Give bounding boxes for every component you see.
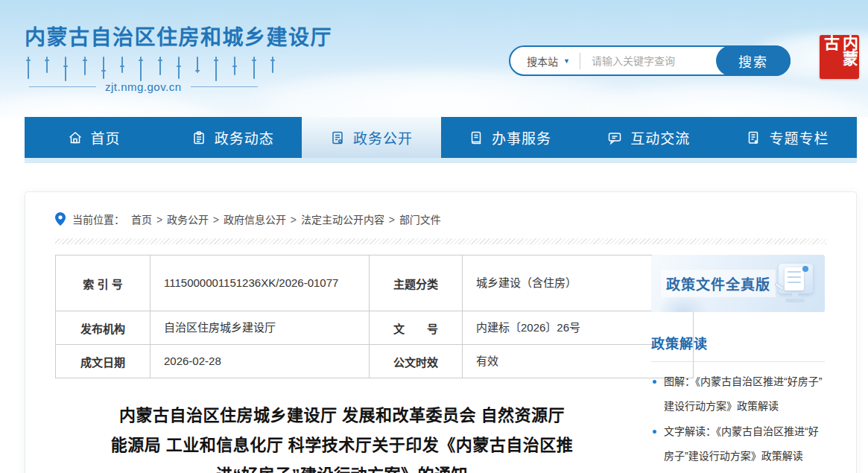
policy-link[interactable]: 文字解读：《内蒙古自治区推进“好房子”建设行动方案》政策解读 (651, 419, 825, 469)
breadcrumb-prefix: 当前位置： (72, 212, 124, 226)
sidebar-section-title: 政策解读 (651, 333, 825, 352)
bullet-icon (653, 430, 656, 434)
meta-value: 自治区住房城乡建设厅 (151, 311, 370, 345)
site-domain: zjt.nmg.gov.cn (105, 80, 182, 93)
divider-line (191, 86, 258, 87)
chat-icon (607, 130, 622, 145)
nav-item-label: 政务动态 (215, 127, 274, 147)
seal-image: 内蒙古 (820, 35, 859, 79)
meta-value: 1115000001151236XK/2026-01077 (151, 255, 370, 311)
nav-accent-strip (25, 158, 857, 163)
sidebar: 政策文件全真版 政策解读 图解：《内蒙古自治区推进“好房子”建设行动方案》政策解… (651, 255, 825, 473)
nav-item-label: 办事服务 (492, 127, 551, 147)
site-domain-row: zjt.nmg.gov.cn (29, 80, 258, 93)
meta-label: 文 号 (370, 311, 463, 345)
meta-label: 索 引 号 (56, 255, 151, 311)
main-column: 索 引 号 1115000001151236XK/2026-01077 主题分类… (55, 255, 629, 473)
location-pin-icon (55, 212, 66, 226)
site-logo[interactable]: 内蒙古自治区住房和城乡建设厅 zjt.nmg.gov.cn (25, 27, 332, 49)
search-button[interactable]: 搜索 (716, 45, 791, 76)
document-lines-icon (330, 130, 345, 145)
monitor-illustration-icon (776, 264, 814, 304)
meta-label: 公文时效 (370, 345, 463, 378)
breadcrumb-separator: > (153, 214, 165, 226)
table-row: 成文日期 2026-02-28 公文时效 有效 (56, 345, 694, 378)
document-meta-table: 索 引 号 1115000001151236XK/2026-01077 主题分类… (55, 255, 694, 378)
nav-item-topics[interactable]: 专题专栏 (718, 117, 857, 158)
nav-item-home[interactable]: 首页 (25, 117, 163, 158)
site-header: 内蒙古自治区住房和城乡建设厅 zjt.nmg.gov.cn 搜本站 ▼ 搜索 内… (0, 0, 868, 117)
main-nav: 首页 政务动态 政务公开 办事服务 互动交流 专题专栏 (25, 117, 857, 158)
column-list-icon (746, 130, 761, 145)
policy-link-label: 文字解读：《内蒙古自治区推进“好房子”建设行动方案》政策解读 (664, 425, 819, 462)
policy-link-label: 图解：《内蒙古自治区推进“好房子”建设行动方案》政策解读 (664, 375, 822, 412)
cloud-decoration (0, 89, 224, 117)
divider (580, 53, 580, 69)
policy-links-list: 图解：《内蒙古自治区推进“好房子”建设行动方案》政策解读文字解读：《内蒙古自治区… (651, 369, 825, 469)
policy-banner-title: 政策文件全真版 (661, 270, 776, 297)
meta-label: 发布机构 (56, 311, 151, 345)
nav-item-news[interactable]: 政务动态 (163, 117, 302, 158)
hatched-divider (55, 238, 826, 244)
clipboard-icon (191, 130, 206, 145)
breadcrumb-link[interactable]: 部门文件 (399, 214, 441, 226)
breadcrumb-separator: > (288, 214, 300, 226)
nav-item-label: 政务公开 (353, 127, 413, 147)
nav-item-label: 互动交流 (630, 127, 690, 147)
content-row: 索 引 号 1115000001151236XK/2026-01077 主题分类… (55, 255, 826, 473)
breadcrumb-items: 首页 > 政务公开 > 政府信息公开 > 法定主动公开内容 > 部门文件 (131, 212, 441, 226)
search-bar: 搜本站 ▼ 搜索 (509, 45, 791, 76)
divider-line (29, 86, 96, 87)
page-title: 内蒙古自治区住房城乡建设厅 发展和改革委员会 自然资源厅 能源局 工业和信息化厅… (55, 401, 629, 473)
site-title: 内蒙古自治区住房和城乡建设厅 (25, 27, 332, 49)
breadcrumb-link[interactable]: 首页 (131, 214, 152, 226)
breadcrumb-separator: > (210, 214, 222, 226)
breadcrumb-link[interactable]: 政务公开 (167, 214, 209, 226)
policy-banner[interactable]: 政策文件全真版 (651, 255, 825, 312)
breadcrumb-separator: > (386, 214, 398, 226)
divider (651, 361, 825, 362)
meta-label: 成文日期 (56, 345, 151, 378)
home-icon (68, 130, 83, 145)
nav-item-services[interactable]: 办事服务 (441, 117, 580, 158)
mongolian-script-decoration (28, 57, 273, 82)
policy-link[interactable]: 图解：《内蒙古自治区推进“好房子”建设行动方案》政策解读 (651, 369, 825, 419)
table-row: 索 引 号 1115000001151236XK/2026-01077 主题分类… (56, 255, 694, 311)
meta-label: 主题分类 (370, 255, 463, 311)
meta-value: 2026-02-28 (151, 345, 370, 378)
search-scope-select[interactable]: 搜本站 ▼ (527, 54, 570, 69)
nav-item-label: 首页 (91, 127, 121, 147)
breadcrumb-link[interactable]: 政府信息公开 (224, 214, 286, 226)
table-row: 发布机构 自治区住房城乡建设厅 文 号 内建标〔2026〕26号 (56, 311, 694, 345)
bullet-icon (653, 380, 656, 384)
breadcrumb: 当前位置： 首页 > 政务公开 > 政府信息公开 > 法定主动公开内容 > 部门… (55, 212, 826, 226)
breadcrumb-link[interactable]: 法定主动公开内容 (301, 214, 384, 226)
search-input[interactable] (590, 54, 712, 68)
content-card: 当前位置： 首页 > 政务公开 > 政府信息公开 > 法定主动公开内容 > 部门… (25, 191, 857, 473)
nav-item-disclosure[interactable]: 政务公开 (302, 117, 440, 158)
nav-item-label: 专题专栏 (769, 127, 829, 147)
nav-item-interaction[interactable]: 互动交流 (580, 117, 718, 158)
booklet-icon (469, 130, 484, 145)
chevron-down-icon: ▼ (563, 57, 570, 65)
search-scope-label: 搜本站 (527, 54, 558, 69)
